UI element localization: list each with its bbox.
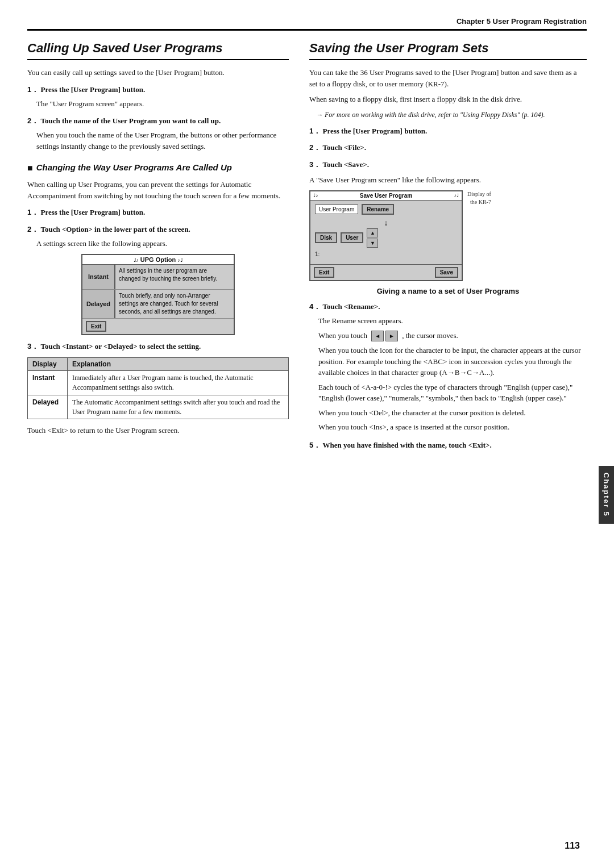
r-step-2-num: 2． — [309, 143, 321, 152]
save-screen-title-text: Save User Program — [360, 193, 412, 199]
instant-desc: All settings in the user program are cha… — [115, 265, 234, 289]
del-text: When you touch <Del>, the character at t… — [318, 407, 587, 419]
save-exit-button[interactable]: Exit — [314, 267, 334, 278]
page-number: 113 — [565, 841, 580, 851]
rename-button[interactable]: Rename — [362, 204, 394, 215]
right-note1: When saving to a floppy disk, first inse… — [309, 94, 587, 105]
r-step-1-num: 1． — [309, 127, 321, 135]
r-step-3-num: 3． — [309, 160, 321, 169]
screen-title: UPG Option — [140, 256, 176, 263]
settings-table: Display Explanation Instant Immediately … — [27, 357, 289, 419]
save-footer: Exit Save — [310, 264, 462, 280]
disk-user-row: Disk User ▲ ▼ — [315, 228, 457, 248]
sub-step-1-text: Press the [User Program] button. — [40, 208, 145, 216]
delayed-row: Delayed Touch briefly, and only non-Arra… — [82, 290, 234, 319]
upg-option-screen: ♩♪ UPG Option ♪♩ Instant All settings in… — [81, 254, 235, 335]
r-step-4: 4． Touch <Rename>. — [309, 301, 587, 312]
r-step-4-text: Touch <Rename>. — [322, 302, 380, 311]
sub-step-2-sub: A settings screen like the following app… — [36, 238, 289, 249]
chapter-tab-text: Chapter 5 — [602, 473, 611, 517]
r-step-5-num: 5． — [309, 441, 321, 449]
arrow-down-icon: ↓ — [315, 218, 457, 227]
left-column: Calling Up Saved User Programs You can e… — [27, 41, 289, 454]
r-step-4-num: 4． — [309, 302, 321, 311]
delayed-display: Delayed — [28, 395, 68, 419]
chapter-header: Chapter 5 User Program Registration — [27, 17, 587, 31]
right-arrow-button[interactable]: ► — [385, 331, 398, 341]
sub-step-2: 2． Touch <Option> in the lower part of t… — [27, 224, 289, 235]
number-row: 1: — [315, 251, 457, 257]
step-1: 1． Press the [User Program] button. — [27, 84, 289, 95]
r-step-2-text: Touch <File>. — [322, 143, 366, 152]
music-icon-left: ♩♪ — [313, 193, 318, 198]
screen-appears-text: A "Save User Program screen" like the fo… — [309, 174, 587, 186]
step-1-text: Press the [User Program] button. — [40, 85, 145, 94]
when-touch-text: When you touch — [318, 331, 367, 340]
sub-step-2-text: Touch <Option> in the lower part of the … — [40, 225, 190, 233]
left-intro: You can easily call up settings saved to… — [27, 67, 289, 78]
step-3: 3． Touch <Instant> or <Delayed> to selec… — [27, 341, 289, 352]
r-step-5: 5． When you have finished with the name,… — [309, 440, 587, 451]
save-user-program-screen: ♩♪ Save User Program ♪♩ User Program Ren… — [309, 190, 463, 281]
delayed-desc: Touch briefly, and only non-Arranger set… — [115, 290, 234, 318]
sub-step-1-num: 1． — [27, 208, 39, 216]
right-intro: You can take the 36 User Programs saved … — [309, 67, 587, 89]
character-type-text: Each touch of <A-a-0-!> cycles the type … — [318, 382, 587, 404]
step-3-num: 3． — [27, 342, 39, 350]
right-column: Saving the User Program Sets You can tak… — [309, 41, 587, 454]
left-arrow-button[interactable]: ◄ — [371, 331, 384, 341]
step-2: 2． Touch the name of the User Program yo… — [27, 115, 289, 127]
instant-row: Instant All settings in the user program… — [82, 265, 234, 290]
table-row: Delayed The Automatic Accompaniment sett… — [28, 395, 289, 419]
footer-note: Touch <Exit> to return to the User Progr… — [27, 425, 289, 436]
user-program-label: User Program — [315, 205, 358, 214]
instant-display: Instant — [28, 371, 68, 395]
instant-label: Instant — [82, 265, 115, 289]
subsection-title: Changing the Way User Programs Are Calle… — [27, 162, 289, 174]
cursor-moves-text: When you touch ◄ ► , the cursor moves. — [318, 330, 587, 342]
step-2-num: 2． — [27, 116, 39, 125]
r-step-1-text: Press the [User Program] button. — [322, 127, 427, 135]
chapter-tab: Chapter 5 — [599, 466, 614, 524]
italic-note: → For more on working with the disk driv… — [316, 110, 587, 120]
step-2-sub: When you touch the name of the User Prog… — [36, 130, 289, 152]
disk-button[interactable]: Disk — [315, 232, 337, 243]
step-3-text: Touch <Instant> or <Delayed> to select t… — [40, 342, 201, 350]
subsection-intro: When calling up User Programs, you can p… — [27, 179, 289, 201]
giving-name-title: Giving a name to a set of User Programs — [309, 287, 587, 295]
music-icon-right: ♪♩ — [454, 193, 459, 198]
col-header-display: Display — [28, 358, 68, 371]
subsection-title-text: Changing the Way User Programs Are Calle… — [36, 162, 232, 173]
rename-appears: The Rename screen appears. — [318, 315, 587, 327]
ins-text: When you touch <Ins>, a space is inserte… — [318, 422, 587, 433]
col-header-explanation: Explanation — [68, 358, 289, 371]
r-step-5-text: When you have finished with the name, to… — [322, 441, 491, 449]
exit-button[interactable]: Exit — [86, 321, 106, 332]
file-number: 1: — [315, 251, 320, 257]
r-step-1: 1． Press the [User Program] button. — [309, 126, 587, 137]
step-1-sub: The "User Program screen" appears. — [36, 98, 289, 110]
delayed-explanation: The Automatic Accompaniment settings swi… — [68, 395, 289, 419]
left-section-title: Calling Up Saved User Programs — [27, 41, 289, 60]
instant-explanation: Immediately after a User Program name is… — [68, 371, 289, 395]
user-program-row: User Program Rename — [315, 204, 457, 215]
chapter-title: Chapter 5 User Program Registration — [457, 17, 587, 26]
delayed-label: Delayed — [82, 290, 115, 318]
exit-btn-row: Exit — [82, 319, 234, 334]
right-section-title: Saving the User Program Sets — [309, 41, 587, 60]
arrow-down-button[interactable]: ▼ — [367, 239, 378, 248]
step-2-text: Touch the name of the User Program you w… — [40, 116, 221, 125]
arrow-up-button[interactable]: ▲ — [367, 228, 378, 237]
table-row: Instant Immediately after a User Program… — [28, 371, 289, 395]
step-1-num: 1． — [27, 85, 39, 94]
user-button[interactable]: User — [341, 232, 363, 243]
kr7-label: Display ofthe KR-7 — [467, 190, 491, 206]
nav-arrows: ▲ ▼ — [367, 228, 378, 248]
sub-step-2-num: 2． — [27, 225, 39, 233]
sub-step-1: 1． Press the [User Program] button. — [27, 207, 289, 218]
save-screen-title-bar: ♩♪ Save User Program ♪♩ — [310, 191, 462, 201]
cursor-moves-suffix: , the cursor moves. — [402, 331, 458, 340]
screen-title-bar: ♩♪ UPG Option ♪♩ — [82, 255, 234, 265]
save-save-button[interactable]: Save — [435, 267, 458, 278]
save-screen-wrapper: ♩♪ Save User Program ♪♩ User Program Ren… — [309, 190, 587, 281]
